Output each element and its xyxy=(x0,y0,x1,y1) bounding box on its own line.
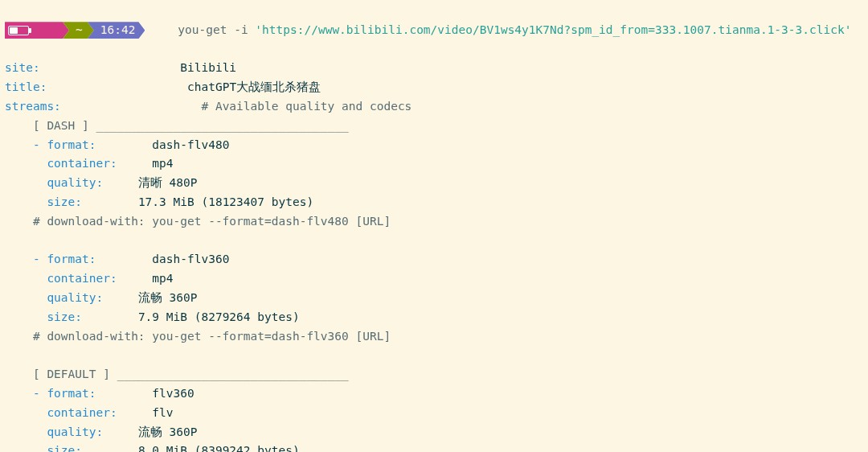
download-with-line: # download-with: you-get --format=dash-f… xyxy=(5,327,863,347)
command-name: you-get xyxy=(178,23,227,36)
streams-value: # Available quality and codecs xyxy=(201,100,411,113)
stream-line: quality: 流畅 360P xyxy=(5,289,863,308)
site-value: Bilibili xyxy=(180,61,236,74)
streams-line: streams: # Available quality and codecs xyxy=(5,97,863,117)
stream-line: container: flv xyxy=(5,404,863,423)
command-url: 'https://www.bilibili.com/video/BV1ws4y1… xyxy=(255,23,851,36)
quality-value: 清晰 480P xyxy=(138,176,198,189)
prompt-time: 16:42 xyxy=(88,22,145,39)
stream-line: - format: dash-flv480 xyxy=(5,136,863,155)
streams-label: streams: xyxy=(5,100,61,113)
format-value: dash-flv480 xyxy=(152,138,229,151)
shell-prompt[interactable]: ~ 16:42 you-get -i 'https://www.bilibili… xyxy=(5,2,863,59)
format-value: flv360 xyxy=(152,387,194,400)
stream-line: container: mp4 xyxy=(5,269,863,289)
command-flag: -i xyxy=(234,23,248,36)
format-value: dash-flv360 xyxy=(152,253,229,265)
container-value: flv xyxy=(152,406,173,419)
title-value: chatGPT大战缅北杀猪盘 xyxy=(187,80,321,93)
default-header: [ DEFAULT ] ____________________________… xyxy=(5,365,863,384)
download-with-line: # download-with: you-get --format=dash-f… xyxy=(5,212,863,232)
site-line: site: Bilibili xyxy=(5,59,863,78)
quality-value: 流畅 360P xyxy=(138,291,198,304)
stream-line: size: 17.3 MiB (18123407 bytes) xyxy=(5,193,863,212)
stream-line: quality: 清晰 480P xyxy=(5,174,863,193)
stream-line: size: 7.9 MiB (8279264 bytes) xyxy=(5,308,863,327)
title-line: title: chatGPT大战缅北杀猪盘 xyxy=(5,78,863,97)
stream-line: - format: dash-flv360 xyxy=(5,250,863,269)
size-value: 8.0 MiB (8399242 bytes) xyxy=(138,444,300,452)
container-value: mp4 xyxy=(152,272,173,285)
stream-line: container: mp4 xyxy=(5,154,863,174)
battery-icon xyxy=(5,22,69,39)
dash-header: [ DASH ] _______________________________… xyxy=(5,117,863,136)
size-value: 17.3 MiB (18123407 bytes) xyxy=(138,195,313,208)
quality-value: 流畅 360P xyxy=(138,425,198,438)
container-value: mp4 xyxy=(152,157,173,170)
blank-line xyxy=(5,232,863,251)
size-value: 7.9 MiB (8279264 bytes) xyxy=(138,310,300,323)
blank-line xyxy=(5,346,863,365)
stream-line: size: 8.0 MiB (8399242 bytes) xyxy=(5,442,863,452)
stream-line: quality: 流畅 360P xyxy=(5,423,863,442)
stream-line: - format: flv360 xyxy=(5,384,863,404)
title-label: title: xyxy=(5,80,47,93)
site-label: site: xyxy=(5,61,40,74)
command-line[interactable]: you-get -i 'https://www.bilibili.com/vid… xyxy=(149,2,851,59)
